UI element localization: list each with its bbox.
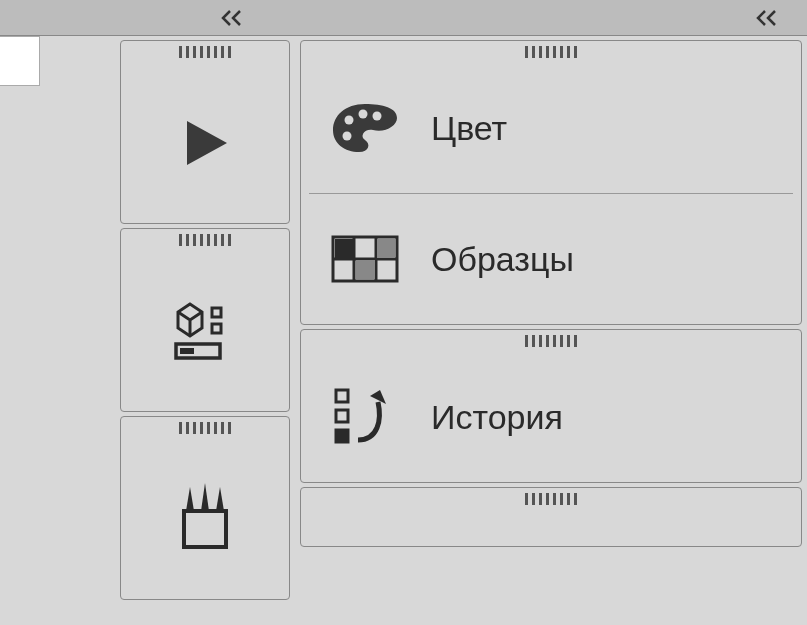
- swatches-icon: [331, 235, 399, 283]
- brushes-icon[interactable]: [138, 459, 272, 579]
- svg-rect-17: [336, 410, 348, 422]
- panel-grip[interactable]: [121, 417, 289, 439]
- svg-rect-16: [336, 390, 348, 402]
- panel-grip[interactable]: [301, 330, 801, 352]
- svg-point-7: [373, 112, 382, 121]
- 3d-settings-icon[interactable]: [138, 271, 272, 391]
- double-chevron-left-icon: [755, 9, 781, 27]
- svg-rect-1: [212, 324, 221, 333]
- document-canvas-edge: [0, 36, 40, 86]
- panel-history: История: [300, 329, 802, 483]
- narrow-panel-3d[interactable]: [120, 228, 290, 412]
- narrow-panel-actions[interactable]: [120, 40, 290, 224]
- panel-tab-color[interactable]: Цвет: [309, 73, 793, 183]
- panel-dock-topbar: [0, 0, 807, 36]
- panel-color-swatches: Цвет Образцы: [300, 40, 802, 325]
- panel-grip[interactable]: [301, 488, 801, 510]
- palette-icon: [329, 100, 401, 156]
- svg-rect-13: [335, 239, 353, 258]
- svg-point-8: [343, 132, 352, 141]
- panel-grip[interactable]: [121, 41, 289, 63]
- panel-tab-swatches[interactable]: Образцы: [309, 204, 793, 314]
- panel-grip[interactable]: [121, 229, 289, 251]
- collapse-dock-button-left[interactable]: [215, 4, 251, 32]
- panel-tab-label: История: [431, 398, 563, 437]
- narrow-panel-brushes[interactable]: [120, 416, 290, 600]
- row-divider: [309, 193, 793, 194]
- svg-rect-0: [212, 308, 221, 317]
- svg-rect-15: [377, 239, 395, 258]
- collapse-dock-button-right[interactable]: [750, 4, 786, 32]
- svg-rect-3: [180, 348, 194, 354]
- play-icon[interactable]: [138, 83, 272, 203]
- panel-grip[interactable]: [301, 41, 801, 63]
- panel-tab-label: Цвет: [431, 109, 507, 148]
- double-chevron-left-icon: [220, 9, 246, 27]
- wide-dock: Цвет Образцы: [300, 36, 802, 547]
- svg-rect-4: [184, 511, 226, 547]
- history-icon: [330, 384, 400, 450]
- narrow-dock: [120, 36, 290, 600]
- svg-rect-14: [356, 260, 375, 279]
- panel-tab-history[interactable]: История: [309, 362, 793, 472]
- svg-rect-18: [336, 430, 348, 442]
- panel-tab-label: Образцы: [431, 240, 574, 279]
- panel-partial: [300, 487, 802, 547]
- svg-point-6: [359, 110, 368, 119]
- svg-point-5: [345, 116, 354, 125]
